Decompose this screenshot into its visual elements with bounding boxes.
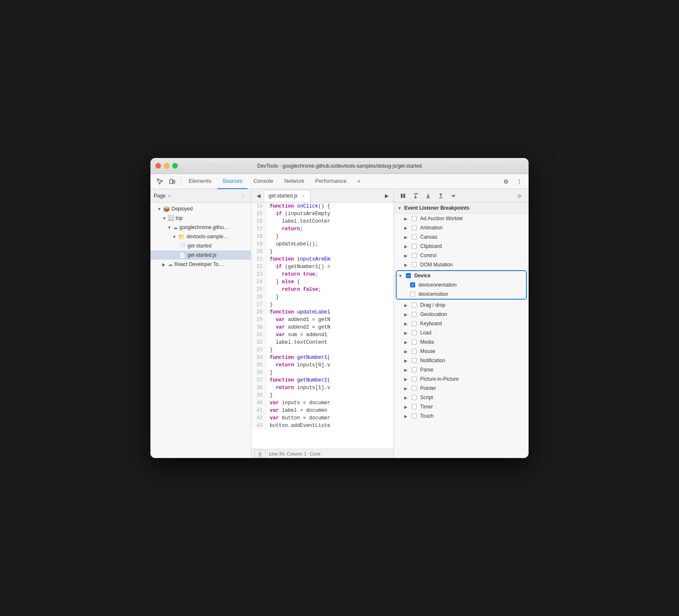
bp-checkbox-keyboard[interactable] xyxy=(412,321,417,326)
bp-arrow-load: ▶ xyxy=(404,331,408,335)
line-content-39: } xyxy=(266,392,276,399)
tree-item-get-started[interactable]: 📄 get-started xyxy=(150,241,251,250)
page-more-btn[interactable]: » xyxy=(168,193,171,198)
line-content-38: return inputs[1].v xyxy=(266,384,334,392)
tree-item-top[interactable]: ▼ □ top xyxy=(150,213,251,223)
more-options-btn[interactable]: ⋮ xyxy=(513,176,525,187)
bp-item-devicemotion[interactable]: devicemotion xyxy=(397,290,526,299)
line-num-22: 22 xyxy=(251,263,266,271)
pause-resume-btn[interactable] xyxy=(397,190,408,201)
bp-arrow-ad-auction: ▶ xyxy=(404,216,408,221)
bp-item-control[interactable]: ▶ Control xyxy=(394,251,529,260)
bp-item-dom-mutation[interactable]: ▶ DOM Mutation xyxy=(394,260,529,269)
tab-elements[interactable]: Elements xyxy=(184,174,216,189)
bp-item-parse[interactable]: ▶ Parse xyxy=(394,365,529,374)
bp-item-keyboard[interactable]: ▶ Keyboard xyxy=(394,319,529,328)
bp-item-ad-auction[interactable]: ▶ Ad Auction Worklet xyxy=(394,214,529,223)
bp-checkbox-load[interactable] xyxy=(412,330,417,335)
step-into-btn[interactable] xyxy=(423,190,434,201)
step-out-btn[interactable] xyxy=(435,190,446,201)
maximize-button[interactable] xyxy=(172,163,178,168)
bp-checkbox-deviceorientation[interactable] xyxy=(410,282,415,287)
bp-checkbox-timer[interactable] xyxy=(412,404,417,409)
tab-network[interactable]: Network xyxy=(279,174,310,189)
code-area[interactable]: 14 function onClick() { 15 if (inputsAre… xyxy=(251,203,394,449)
left-panel-menu-btn[interactable]: ⋮ xyxy=(238,191,247,200)
bp-item-pip[interactable]: ▶ Picture-in-Picture xyxy=(394,374,529,384)
bp-item-drag-drop[interactable]: ▶ Drag / drop xyxy=(394,300,529,310)
bp-checkbox-pip[interactable] xyxy=(412,376,417,382)
file-tab-bar: ◀ get-started.js × ▶ xyxy=(251,189,394,203)
bp-checkbox-ad-auction[interactable] xyxy=(412,216,417,221)
bp-item-timer[interactable]: ▶ Timer xyxy=(394,402,529,411)
bp-item-canvas[interactable]: ▶ Canvas xyxy=(394,232,529,242)
step-over-btn[interactable] xyxy=(410,190,421,201)
tree-item-devtools-samples[interactable]: ▼ 📁 devtools-sample… xyxy=(150,232,251,241)
line-content-31: var sum = addend1 xyxy=(266,331,331,339)
navigate-forward-btn[interactable]: ▶ xyxy=(381,190,392,201)
bp-item-pointer[interactable]: ▶ Pointer xyxy=(394,384,529,393)
bp-item-script[interactable]: ▶ Script xyxy=(394,393,529,402)
bp-checkbox-pointer[interactable] xyxy=(412,386,417,391)
bp-item-clipboard[interactable]: ▶ Clipboard xyxy=(394,242,529,251)
bp-item-mouse[interactable]: ▶ Mouse xyxy=(394,347,529,356)
section-title: Event Listener Breakpoints xyxy=(404,205,469,211)
bp-item-notification[interactable]: ▶ Notification xyxy=(394,356,529,365)
tree-item-react-devtools[interactable]: ▶ ☁ React Developer To… xyxy=(150,260,251,269)
deactivate-breakpoints-btn[interactable] xyxy=(514,190,525,201)
tab-console[interactable]: Console xyxy=(248,174,279,189)
event-listener-breakpoints-header[interactable]: ▼ Event Listener Breakpoints xyxy=(394,203,529,214)
bp-checkbox-drag-drop[interactable] xyxy=(412,303,417,308)
tab-performance[interactable]: Performance xyxy=(310,174,351,189)
line-num-42: 42 xyxy=(251,414,266,422)
bp-checkbox-canvas[interactable] xyxy=(412,234,417,240)
file-tab-get-started-js[interactable]: get-started.js × xyxy=(264,190,311,202)
bp-checkbox-devicemotion[interactable] xyxy=(410,292,415,297)
bp-item-media[interactable]: ▶ Media xyxy=(394,337,529,347)
tab-more[interactable]: » xyxy=(353,174,366,189)
line-content-22: if (getNumber1() = xyxy=(266,263,334,271)
bp-item-deviceorientation[interactable]: deviceorientation xyxy=(397,280,526,290)
top-icon: □ xyxy=(168,215,174,221)
bp-item-geolocation[interactable]: ▶ Geolocation xyxy=(394,310,529,319)
tree-arrow-react: ▶ xyxy=(162,262,166,267)
pretty-print-btn[interactable]: {} xyxy=(255,450,266,458)
toolbar-divider-1 xyxy=(181,178,181,185)
tree-item-deployed[interactable]: ▼ 📦 Deployed xyxy=(150,204,251,213)
bp-arrow-timer: ▶ xyxy=(404,405,408,409)
device-toggle-btn[interactable] xyxy=(166,176,178,187)
bp-checkbox-animation[interactable] xyxy=(412,225,417,230)
step-btn[interactable] xyxy=(448,190,459,201)
bp-checkbox-device[interactable] xyxy=(406,273,411,278)
file-tab-close-btn[interactable]: × xyxy=(300,193,306,199)
bp-checkbox-media[interactable] xyxy=(412,340,417,345)
bp-checkbox-control[interactable] xyxy=(412,253,417,258)
code-line-40: 40 var inputs = documer xyxy=(251,399,394,407)
line-content-34: function getNumber1( xyxy=(266,354,334,361)
minimize-button[interactable] xyxy=(164,163,169,168)
bp-item-touch[interactable]: ▶ Touch xyxy=(394,411,529,421)
code-line-16: 16 label.textConter xyxy=(251,218,394,225)
settings-btn[interactable]: ⚙ xyxy=(500,176,512,187)
bp-checkbox-clipboard[interactable] xyxy=(412,244,417,249)
tab-sources[interactable]: Sources xyxy=(217,174,247,189)
bp-checkbox-geolocation[interactable] xyxy=(412,312,417,317)
bp-item-load[interactable]: ▶ Load xyxy=(394,328,529,337)
bp-checkbox-mouse[interactable] xyxy=(412,349,417,354)
navigate-back-btn[interactable]: ◀ xyxy=(253,190,264,201)
line-num-32: 32 xyxy=(251,339,266,346)
bp-item-animation[interactable]: ▶ Animation xyxy=(394,223,529,232)
close-button[interactable] xyxy=(155,163,161,168)
line-content-21: function inputsAreEm xyxy=(266,255,334,263)
bp-label-media: Media xyxy=(420,339,434,345)
bp-checkbox-parse[interactable] xyxy=(412,367,417,372)
tree-item-googlechrome[interactable]: ▼ ☁ googlechrome.githu… xyxy=(150,223,251,232)
bp-checkbox-touch[interactable] xyxy=(412,413,417,419)
bp-item-device[interactable]: ▼ Device xyxy=(397,271,526,280)
bp-checkbox-notification[interactable] xyxy=(412,358,417,363)
bp-checkbox-dom-mutation[interactable] xyxy=(412,262,417,267)
bp-checkbox-script[interactable] xyxy=(412,395,417,400)
line-num-20: 20 xyxy=(251,248,266,255)
tree-item-get-started-js[interactable]: 📄 get-started.js xyxy=(150,250,251,260)
inspect-element-btn[interactable] xyxy=(154,176,166,187)
